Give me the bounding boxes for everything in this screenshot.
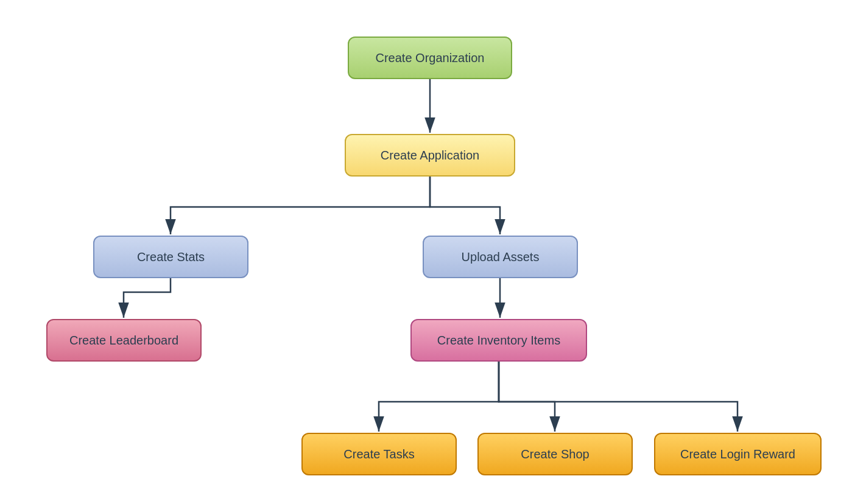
create-tasks-node: Create Tasks: [301, 433, 457, 475]
create-inventory-label: Create Inventory Items: [437, 334, 560, 348]
create-tasks-label: Create Tasks: [343, 447, 414, 461]
create-stats-node: Create Stats: [93, 236, 248, 278]
create-shop-label: Create Shop: [521, 447, 589, 461]
create-login-reward-label: Create Login Reward: [680, 447, 795, 461]
create-organization-label: Create Organization: [376, 51, 485, 65]
upload-assets-label: Upload Assets: [462, 250, 540, 264]
upload-assets-node: Upload Assets: [423, 236, 578, 278]
create-leaderboard-node: Create Leaderboard: [46, 319, 202, 362]
create-inventory-node: Create Inventory Items: [410, 319, 587, 362]
create-shop-node: Create Shop: [477, 433, 633, 475]
diagram-container: Create Organization Create Application C…: [0, 0, 866, 504]
create-application-label: Create Application: [381, 149, 479, 163]
create-stats-label: Create Stats: [137, 250, 205, 264]
create-leaderboard-label: Create Leaderboard: [69, 334, 178, 348]
create-login-reward-node: Create Login Reward: [654, 433, 822, 475]
create-organization-node: Create Organization: [348, 37, 512, 79]
create-application-node: Create Application: [345, 134, 515, 177]
